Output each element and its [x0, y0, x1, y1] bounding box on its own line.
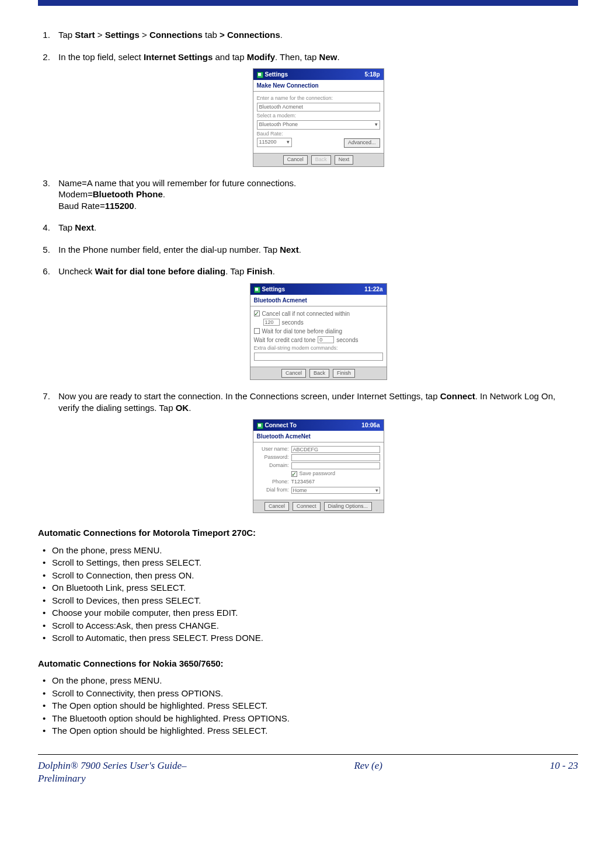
page-footer: Dolphin® 7900 Series User's Guide– Preli… [38, 759, 578, 785]
screenshot-1-wrap: Settings 5:18p Make New Connection Enter… [58, 68, 578, 167]
mock2-wait-dialtone-label: Wait for dial tone before dialing [262, 327, 343, 335]
mock3-connect-button[interactable]: Connect [293, 502, 321, 511]
list-item: Choose your mobile computer, then press … [40, 607, 578, 619]
mock3-cancel-button[interactable]: Cancel [265, 502, 289, 511]
mock1-time: 5:18p [364, 71, 380, 78]
mock3-user-label: User name: [257, 446, 289, 453]
list-item: The Open option should be highlighted. P… [40, 700, 578, 712]
mock3-savepwd-label: Save password [300, 470, 336, 477]
mock1-advanced-button[interactable]: Advanced... [344, 138, 380, 148]
list-item: On the phone, press MENU. [40, 545, 578, 556]
list-item: The Bluetooth option should be highlight… [40, 713, 578, 724]
mock2-extra-label: Extra dial-string modem commands: [254, 345, 383, 352]
step-7: Now you are ready to start the connectio… [53, 391, 578, 513]
mock1-subtitle: Make New Connection [253, 80, 384, 92]
step-3-line1: Name=A name that you will remember for f… [58, 177, 578, 189]
step-1-text: Tap Start > Settings > Connections tab >… [58, 30, 283, 40]
step-3-line2: Modem=Bluetooth Phone. [58, 189, 578, 200]
mock2-wait-credit-label: Wait for credit card tone [254, 336, 316, 344]
screenshot-2-wrap: Settings 11:22a Bluetooth Acmenet Cancel… [58, 283, 578, 380]
mock2-cancel-unit: seconds [282, 319, 304, 326]
mock1-name-input[interactable]: Bluetooth Acmenet [257, 103, 380, 112]
mock1-modem-select[interactable]: Bluetooth Phone▾ [257, 120, 380, 130]
list-item: On the phone, press MENU. [40, 675, 578, 686]
mock3-phone-label: Phone: [257, 479, 289, 486]
mock1-next-button[interactable]: Next [335, 155, 354, 165]
list-item: Scroll to Automatic, then press SELECT. … [40, 632, 578, 644]
mock2-title: Settings [262, 286, 285, 292]
step-1: Tap Start > Settings > Connections tab >… [53, 29, 578, 41]
step-4: Tap Next. [53, 222, 578, 233]
header-bar [38, 0, 578, 6]
mock2-wait-credit-input[interactable]: 0 [318, 336, 334, 343]
nokia-heading: Automatic Connections for Nokia 3650/765… [38, 658, 578, 670]
step-6: Uncheck Wait for dial tone before dialin… [53, 266, 578, 380]
mock2-wait-credit-unit: seconds [336, 336, 358, 344]
mock1-cancel-button[interactable]: Cancel [283, 155, 308, 165]
list-item: Scroll to Access:Ask, then press CHANGE. [40, 620, 578, 632]
mock3-time: 10:06a [361, 421, 380, 429]
list-item: The Open option should be highlighted. P… [40, 725, 578, 737]
mock1-modem-label: Select a modem: [257, 113, 380, 120]
mock3-dialfrom-label: Dial from: [257, 487, 289, 494]
motorola-list: On the phone, press MENU. Scroll to Sett… [38, 545, 578, 644]
mock3-phone-value: T1234567 [291, 479, 315, 486]
mock2-cancel-checkbox[interactable] [254, 311, 260, 316]
motorola-heading: Automatic Connections for Motorola Timep… [38, 527, 578, 539]
mock2-wait-dialtone-checkbox[interactable] [254, 328, 260, 334]
screenshot-connect-to: Connect To 10:06a Bluetooth AcmeNet User… [253, 419, 384, 513]
footer-page-number: 10 - 23 [550, 759, 578, 785]
step-2-text: In the top field, select Internet Settin… [58, 52, 340, 62]
mock2-extra-input[interactable] [254, 353, 383, 361]
mock1-baud-select[interactable]: 115200▾ [257, 138, 292, 147]
mock3-user-input[interactable]: ABCDEFG [291, 446, 380, 453]
mock3-subtitle: Bluetooth AcmeNet [253, 431, 384, 442]
mock3-dialfrom-select[interactable]: Home▾ [291, 487, 380, 494]
nokia-list: On the phone, press MENU. Scroll to Conn… [38, 675, 578, 737]
mock3-title: Connect To [265, 422, 297, 428]
step-5: In the Phone number field, enter the dia… [53, 244, 578, 256]
mock2-time: 11:22a [364, 285, 382, 293]
steps-list: Tap Start > Settings > Connections tab >… [38, 29, 578, 513]
chevron-down-icon: ▾ [375, 121, 378, 128]
mock1-baud-label: Baud Rate: [257, 131, 380, 138]
window-icon [257, 72, 263, 78]
step-3-line3: Baud Rate=115200. [58, 200, 578, 212]
window-icon [254, 287, 260, 293]
mock2-cancel-label: Cancel call if not connected within [262, 310, 350, 318]
list-item: On Bluetooth Link, press SELECT. [40, 582, 578, 594]
screenshot-3-wrap: Connect To 10:06a Bluetooth AcmeNet User… [58, 419, 578, 513]
footer-revision: Rev (e) [354, 759, 382, 785]
footer-title: Dolphin® 7900 Series User's Guide– [38, 759, 187, 772]
mock1-title: Settings [265, 71, 288, 78]
list-item: Scroll to Connectivity, then press OPTIO… [40, 688, 578, 699]
list-item: Scroll to Connection, then press ON. [40, 570, 578, 581]
list-item: Scroll to Devices, then press SELECT. [40, 595, 578, 606]
mock3-domain-input[interactable] [291, 462, 380, 469]
mock3-domain-label: Domain: [257, 462, 289, 469]
mock2-subtitle: Bluetooth Acmenet [250, 295, 387, 306]
screenshot-dial-settings: Settings 11:22a Bluetooth Acmenet Cancel… [250, 283, 387, 380]
mock3-pass-label: Password: [257, 454, 289, 461]
step-3: Name=A name that you will remember for f… [53, 177, 578, 212]
mock2-back-button[interactable]: Back [309, 369, 329, 378]
mock2-cancel-button[interactable]: Cancel [281, 369, 306, 378]
screenshot-settings-new-connection: Settings 5:18p Make New Connection Enter… [253, 68, 384, 167]
footer-divider [38, 754, 578, 755]
mock3-dialing-options-button[interactable]: Dialing Options... [324, 502, 373, 511]
list-item: Scroll to Settings, then press SELECT. [40, 557, 578, 569]
mock2-finish-button[interactable]: Finish [333, 369, 355, 378]
mock3-savepwd-checkbox[interactable] [291, 471, 297, 477]
window-icon [257, 423, 263, 429]
mock3-pass-input[interactable] [291, 454, 380, 461]
footer-subtitle: Preliminary [38, 772, 187, 785]
mock1-name-label: Enter a name for the connection: [257, 95, 380, 102]
mock2-cancel-seconds-input[interactable]: 120 [263, 319, 280, 326]
mock1-back-button[interactable]: Back [311, 155, 331, 165]
chevron-down-icon: ▾ [375, 487, 378, 493]
chevron-down-icon: ▾ [287, 139, 290, 146]
step-2: In the top field, select Internet Settin… [53, 51, 578, 167]
